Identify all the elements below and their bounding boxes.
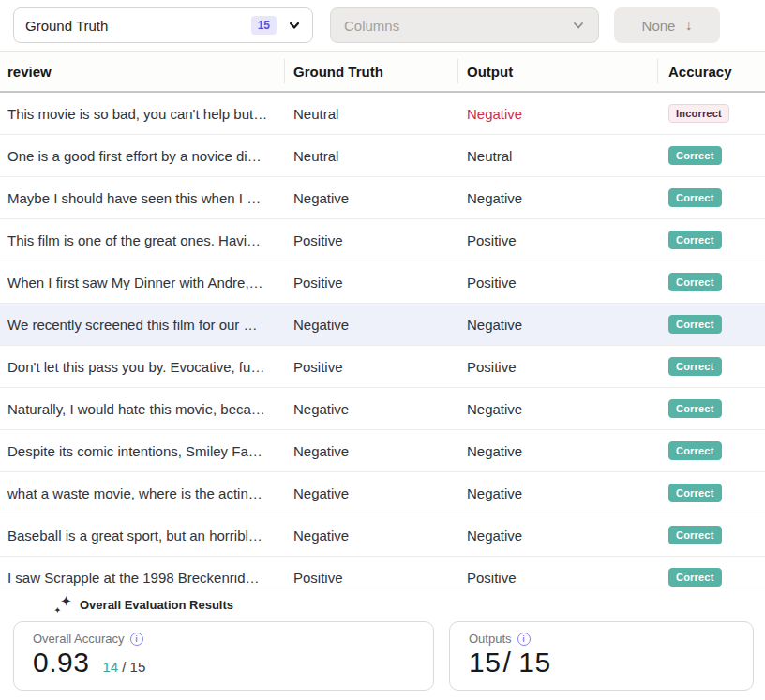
- review-cell: Don't let this pass you by. Evocative, f…: [0, 359, 284, 375]
- output-cell: Negative: [458, 401, 657, 417]
- accuracy-badge: Correct: [668, 273, 722, 291]
- ground-truth-cell: Negative: [284, 443, 458, 459]
- chevron-down-icon: [572, 19, 585, 32]
- accuracy-badge: Correct: [668, 357, 722, 376]
- accuracy-badge: Correct: [668, 441, 722, 460]
- output-cell: Positive: [458, 232, 657, 248]
- columns-dropdown[interactable]: Columns: [330, 7, 599, 43]
- review-cell: We recently screened this film for our …: [0, 317, 284, 333]
- accuracy-cell: Correct: [657, 188, 765, 207]
- accuracy-cell: Correct: [657, 231, 765, 249]
- output-cell: Negative: [458, 190, 657, 206]
- output-cell: Positive: [458, 359, 657, 375]
- ground-truth-cell: Positive: [284, 232, 458, 248]
- overall-results-header: Overall Evaluation Results: [0, 588, 765, 619]
- header-output[interactable]: Output: [458, 52, 657, 91]
- output-cell: Positive: [458, 275, 657, 290]
- accuracy-badge: Correct: [668, 188, 722, 207]
- accuracy-cell: Correct: [657, 273, 765, 291]
- header-review[interactable]: review: [0, 52, 284, 91]
- overall-accuracy-card: Overall Accuracy 0.93 14 / 15: [13, 621, 434, 691]
- accuracy-badge: Correct: [668, 315, 722, 334]
- accuracy-cell: Correct: [657, 315, 765, 334]
- outputs-label: Outputs: [469, 632, 512, 646]
- overall-results-title: Overall Evaluation Results: [80, 598, 233, 612]
- accuracy-cell: Correct: [657, 568, 765, 587]
- accuracy-cell: Correct: [657, 484, 765, 502]
- ground-truth-cell: Positive: [284, 570, 458, 586]
- table-row[interactable]: One is a good first effort by a novice d…: [0, 135, 765, 177]
- review-cell: This film is one of the great ones. Havi…: [0, 232, 284, 248]
- ground-truth-cell: Neutral: [284, 148, 458, 164]
- review-cell: Maybe I should have seen this when I …: [0, 190, 284, 206]
- table-body: This movie is so bad, you can't help but…: [0, 93, 765, 599]
- ground-truth-cell: Negative: [284, 190, 458, 206]
- overall-results-panel: Overall Evaluation Results Overall Accur…: [0, 588, 765, 700]
- sparkle-icon: [54, 597, 71, 613]
- overall-accuracy-value: 0.93: [33, 647, 89, 678]
- accuracy-badge: Correct: [668, 146, 722, 165]
- outputs-value: 15 / 15: [469, 647, 551, 678]
- review-cell: what a waste movie, where is the actin…: [0, 485, 284, 501]
- ground-truth-cell: Positive: [284, 359, 458, 375]
- review-cell: When I first saw My Dinner with Andre,…: [0, 275, 284, 290]
- output-cell: Negative: [458, 485, 657, 501]
- review-cell: One is a good first effort by a novice d…: [0, 148, 284, 164]
- review-cell: Baseball is a great sport, but an horrib…: [0, 528, 284, 544]
- review-cell: This movie is so bad, you can't help but…: [0, 106, 284, 122]
- accuracy-fraction: 14 / 15: [102, 659, 145, 675]
- info-icon[interactable]: [518, 633, 531, 646]
- table-row[interactable]: what a waste movie, where is the actin… …: [0, 472, 765, 514]
- filter-label: Ground Truth: [25, 18, 251, 34]
- evaluation-results-view: Ground Truth 15 Columns None ↓ review Gr…: [0, 0, 765, 700]
- table-row[interactable]: We recently screened this film for our ……: [0, 304, 765, 346]
- table-row[interactable]: Maybe I should have seen this when I … N…: [0, 177, 765, 219]
- table-row[interactable]: When I first saw My Dinner with Andre,… …: [0, 261, 765, 304]
- output-cell: Positive: [458, 570, 657, 586]
- sort-label: None: [642, 18, 676, 34]
- ground-truth-cell: Neutral: [284, 106, 458, 122]
- table-row[interactable]: This movie is so bad, you can't help but…: [0, 93, 765, 135]
- table-row[interactable]: Despite its comic intentions, Smiley Fa……: [0, 430, 765, 472]
- sort-button[interactable]: None ↓: [614, 7, 720, 43]
- arrow-down-icon: ↓: [684, 18, 692, 33]
- output-cell: Negative: [458, 317, 657, 333]
- output-cell: Neutral: [458, 148, 657, 164]
- accuracy-cell: Correct: [657, 526, 765, 544]
- header-ground-truth[interactable]: Ground Truth: [284, 52, 458, 91]
- table-row[interactable]: Don't let this pass you by. Evocative, f…: [0, 346, 765, 388]
- accuracy-cell: Incorrect: [657, 104, 765, 123]
- ground-truth-cell: Negative: [284, 485, 458, 501]
- review-cell: Despite its comic intentions, Smiley Fa…: [0, 443, 284, 459]
- accuracy-badge: Correct: [668, 484, 722, 502]
- columns-placeholder: Columns: [344, 18, 399, 34]
- table-row[interactable]: This film is one of the great ones. Havi…: [0, 219, 765, 261]
- ground-truth-filter-dropdown[interactable]: Ground Truth 15: [13, 7, 313, 43]
- output-cell: Negative: [458, 443, 657, 459]
- info-icon[interactable]: [130, 633, 143, 646]
- header-accuracy[interactable]: Accuracy: [657, 52, 765, 91]
- ground-truth-cell: Negative: [284, 317, 458, 333]
- review-cell: Naturally, I would hate this movie, beca…: [0, 401, 284, 417]
- accuracy-cell: Correct: [657, 399, 765, 418]
- accuracy-badge: Correct: [668, 526, 722, 544]
- outputs-card: Outputs 15 / 15: [449, 621, 754, 691]
- ground-truth-cell: Negative: [284, 401, 458, 417]
- filter-count-badge: 15: [251, 16, 277, 35]
- table-row[interactable]: Naturally, I would hate this movie, beca…: [0, 388, 765, 430]
- table-row[interactable]: Baseball is a great sport, but an horrib…: [0, 514, 765, 557]
- accuracy-badge: Correct: [668, 399, 722, 418]
- accuracy-badge: Correct: [668, 568, 722, 587]
- ground-truth-cell: Positive: [284, 275, 458, 290]
- output-cell: Negative: [458, 528, 657, 544]
- ground-truth-cell: Negative: [284, 528, 458, 544]
- review-cell: I saw Scrapple at the 1998 Breckenrid…: [0, 570, 284, 586]
- table-header-row: review Ground Truth Output Accuracy: [0, 52, 765, 93]
- accuracy-cell: Correct: [657, 146, 765, 165]
- results-cards: Overall Accuracy 0.93 14 / 15 Outputs: [0, 619, 765, 700]
- chevron-down-icon: [288, 19, 301, 32]
- accuracy-badge: Incorrect: [668, 104, 729, 123]
- output-cell: Negative: [458, 106, 657, 122]
- overall-accuracy-label: Overall Accuracy: [33, 632, 125, 646]
- accuracy-cell: Correct: [657, 441, 765, 460]
